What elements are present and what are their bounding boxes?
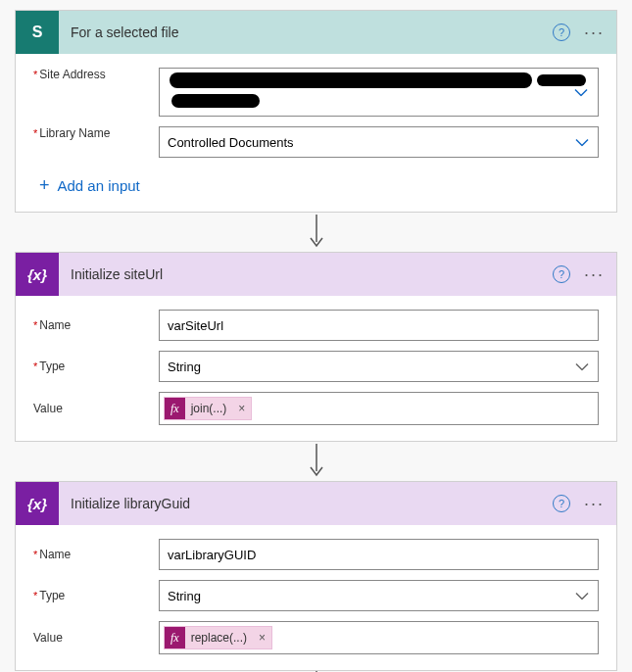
remove-token-icon[interactable]: × bbox=[232, 402, 251, 415]
more-menu-icon[interactable]: ··· bbox=[584, 24, 605, 41]
expression-text: replace(...) bbox=[185, 631, 253, 645]
value-label: Value bbox=[33, 402, 159, 415]
expression-token[interactable]: fx join(...) × bbox=[164, 397, 252, 420]
flow-arrow bbox=[15, 442, 617, 481]
redacted-text bbox=[171, 94, 260, 108]
remove-token-icon[interactable]: × bbox=[253, 631, 271, 645]
variable-icon: {x} bbox=[16, 482, 59, 525]
plus-icon: + bbox=[39, 175, 50, 196]
more-menu-icon[interactable]: ··· bbox=[584, 265, 605, 283]
action-card-initialize-libraryguid: {x} Initialize libraryGuid ? ··· Name Ty… bbox=[15, 481, 617, 671]
action-card-selected-file: S For a selected file ? ··· Site Address bbox=[15, 10, 617, 213]
name-input[interactable] bbox=[159, 310, 599, 341]
redacted-text bbox=[537, 74, 586, 86]
value-input[interactable]: fx replace(...) × bbox=[159, 621, 599, 654]
help-icon[interactable]: ? bbox=[553, 495, 570, 512]
type-label: Type bbox=[33, 360, 159, 373]
fx-icon: fx bbox=[165, 398, 185, 419]
name-input[interactable] bbox=[159, 539, 599, 570]
help-icon[interactable]: ? bbox=[553, 265, 570, 283]
flow-arrow bbox=[15, 213, 617, 252]
help-icon[interactable]: ? bbox=[553, 24, 570, 41]
name-label: Name bbox=[33, 548, 159, 561]
card-header[interactable]: {x} Initialize libraryGuid ? ··· bbox=[16, 482, 616, 525]
action-card-initialize-siteurl: {x} Initialize siteUrl ? ··· Name Type V… bbox=[15, 252, 617, 442]
value-input[interactable]: fx join(...) × bbox=[159, 392, 599, 425]
type-dropdown[interactable] bbox=[159, 351, 599, 382]
card-header[interactable]: {x} Initialize siteUrl ? ··· bbox=[16, 253, 616, 296]
name-label: Name bbox=[33, 318, 159, 332]
site-address-label: Site Address bbox=[33, 68, 159, 81]
card-header[interactable]: S For a selected file ? ··· bbox=[16, 11, 616, 54]
chevron-down-icon bbox=[574, 85, 588, 100]
add-input-button[interactable]: + Add an input bbox=[39, 175, 599, 196]
sharepoint-icon: S bbox=[16, 11, 59, 54]
expression-text: join(...) bbox=[185, 402, 233, 415]
more-menu-icon[interactable]: ··· bbox=[584, 495, 605, 512]
card-title: Initialize libraryGuid bbox=[59, 496, 553, 511]
card-title: For a selected file bbox=[59, 24, 553, 40]
type-label: Type bbox=[33, 589, 159, 602]
expression-token[interactable]: fx replace(...) × bbox=[164, 626, 272, 649]
value-label: Value bbox=[33, 631, 159, 645]
redacted-text bbox=[170, 72, 532, 88]
library-name-label: Library Name bbox=[33, 126, 159, 140]
add-input-label: Add an input bbox=[58, 177, 140, 194]
fx-icon: fx bbox=[165, 627, 185, 648]
site-address-dropdown[interactable] bbox=[159, 68, 599, 117]
variable-icon: {x} bbox=[16, 253, 59, 296]
type-dropdown[interactable] bbox=[159, 580, 599, 611]
library-name-dropdown[interactable] bbox=[159, 126, 599, 158]
card-title: Initialize siteUrl bbox=[59, 266, 553, 282]
